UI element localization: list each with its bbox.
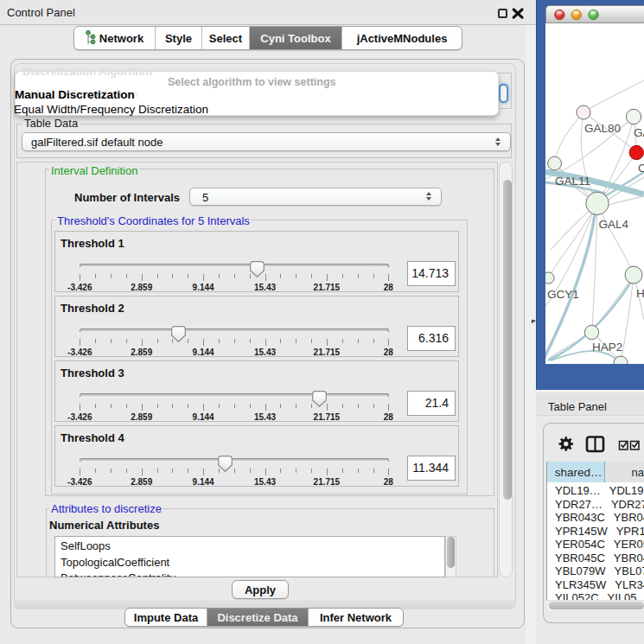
svg-text:HAP2: HAP2 [592,341,622,354]
svg-text:GAL11: GAL11 [555,175,590,188]
svg-text:GAL4: GAL4 [599,218,629,231]
svg-text:GCY1: GCY1 [547,288,579,301]
svg-text:GA: GA [634,126,644,139]
svg-text:HA: HA [636,287,644,300]
svg-text:C: C [638,162,644,175]
svg-text:GAL80: GAL80 [584,122,621,135]
